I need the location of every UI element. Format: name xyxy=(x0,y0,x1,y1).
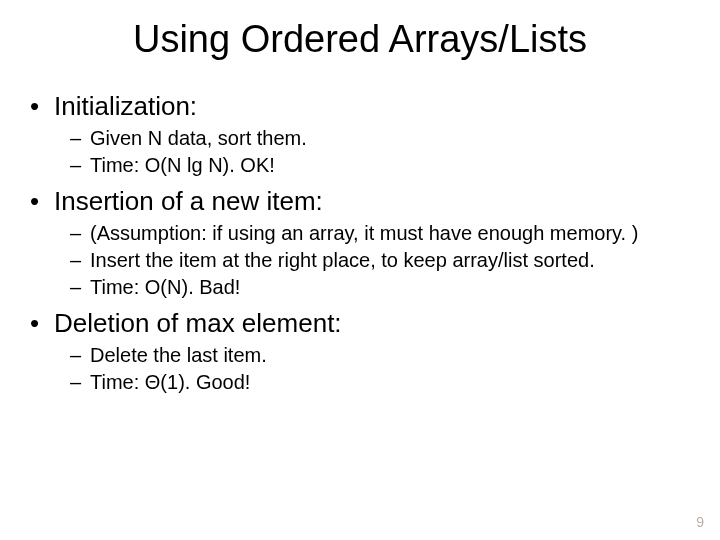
sub-list-item: – Time: Θ(1). Good! xyxy=(70,369,690,395)
dash-icon: – xyxy=(70,342,90,368)
dash-icon: – xyxy=(70,274,90,300)
sub-list: – Delete the last item. – Time: Θ(1). Go… xyxy=(30,342,690,395)
sub-list-item-label: Delete the last item. xyxy=(90,342,267,368)
list-item-label: Initialization: xyxy=(54,89,197,123)
sub-list-item: – (Assumption: if using an array, it mus… xyxy=(70,220,690,246)
sub-list-item: – Time: O(N). Bad! xyxy=(70,274,690,300)
list-item: • Insertion of a new item: – (Assumption… xyxy=(30,184,690,300)
dash-icon: – xyxy=(70,247,90,273)
slide: Using Ordered Arrays/Lists • Initializat… xyxy=(0,0,720,540)
slide-title: Using Ordered Arrays/Lists xyxy=(30,18,690,61)
sub-list-item-label: (Assumption: if using an array, it must … xyxy=(90,220,638,246)
sub-list-item-label: Insert the item at the right place, to k… xyxy=(90,247,595,273)
page-number: 9 xyxy=(696,514,704,530)
bullet-list: • Initialization: – Given N data, sort t… xyxy=(30,89,690,395)
dash-icon: – xyxy=(70,125,90,151)
sub-list-item-label: Given N data, sort them. xyxy=(90,125,307,151)
sub-list-item-label: Time: O(N lg N). OK! xyxy=(90,152,275,178)
sub-list-item: – Delete the last item. xyxy=(70,342,690,368)
sub-list-item: – Given N data, sort them. xyxy=(70,125,690,151)
sub-list: – Given N data, sort them. – Time: O(N l… xyxy=(30,125,690,178)
dash-icon: – xyxy=(70,152,90,178)
sub-list-item: – Insert the item at the right place, to… xyxy=(70,247,690,273)
bullet-icon: • xyxy=(30,89,54,123)
bullet-icon: • xyxy=(30,184,54,218)
dash-icon: – xyxy=(70,220,90,246)
list-item: • Initialization: – Given N data, sort t… xyxy=(30,89,690,178)
sub-list-item: – Time: O(N lg N). OK! xyxy=(70,152,690,178)
list-item-label: Insertion of a new item: xyxy=(54,184,323,218)
sub-list: – (Assumption: if using an array, it mus… xyxy=(30,220,690,300)
bullet-icon: • xyxy=(30,306,54,340)
list-item: • Deletion of max element: – Delete the … xyxy=(30,306,690,395)
list-item-label: Deletion of max element: xyxy=(54,306,342,340)
sub-list-item-label: Time: Θ(1). Good! xyxy=(90,369,250,395)
dash-icon: – xyxy=(70,369,90,395)
sub-list-item-label: Time: O(N). Bad! xyxy=(90,274,240,300)
